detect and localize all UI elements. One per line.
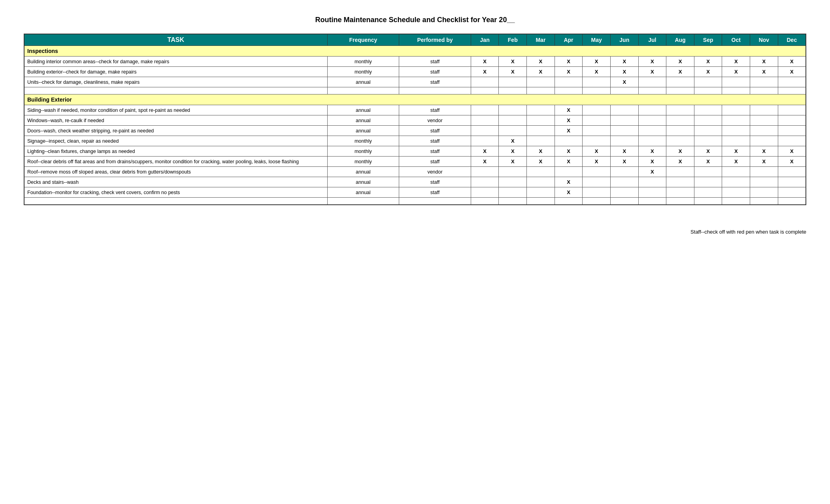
month-cell-feb bbox=[499, 187, 527, 198]
frequency-cell: annual bbox=[327, 187, 399, 198]
month-cell-dec: X bbox=[778, 57, 806, 67]
performed-by-cell: staff bbox=[399, 187, 471, 198]
empty-cell bbox=[583, 87, 611, 94]
month-cell-jun bbox=[610, 105, 638, 115]
month-cell-sep bbox=[694, 77, 722, 87]
table-row: Roof--clear debris off flat areas and fr… bbox=[24, 157, 806, 167]
task-cell: Decks and stairs--wash bbox=[24, 177, 327, 187]
task-cell: Signage--inspect, clean, repair as neede… bbox=[24, 136, 327, 146]
empty-cell bbox=[471, 87, 499, 94]
month-cell-jan bbox=[471, 115, 499, 126]
month-cell-nov bbox=[750, 77, 778, 87]
header-nov: Nov bbox=[750, 34, 778, 46]
performed-by-cell: staff bbox=[399, 146, 471, 157]
month-cell-feb: X bbox=[499, 146, 527, 157]
section-header-0: Inspections bbox=[24, 46, 806, 57]
month-cell-jul bbox=[638, 187, 666, 198]
month-cell-nov: X bbox=[750, 157, 778, 167]
header-jan: Jan bbox=[471, 34, 499, 46]
header-dec: Dec bbox=[778, 34, 806, 46]
empty-cell bbox=[499, 198, 527, 205]
frequency-cell: annual bbox=[327, 115, 399, 126]
month-cell-jun bbox=[610, 177, 638, 187]
month-cell-sep: X bbox=[694, 146, 722, 157]
month-cell-may bbox=[583, 105, 611, 115]
empty-cell bbox=[583, 198, 611, 205]
month-cell-mar: X bbox=[527, 67, 555, 77]
month-cell-sep: X bbox=[694, 157, 722, 167]
month-cell-dec bbox=[778, 105, 806, 115]
empty-cell bbox=[527, 198, 555, 205]
header-frequency: Frequency bbox=[327, 34, 399, 46]
table-row: Decks and stairs--washannualstaffX bbox=[24, 177, 806, 187]
month-cell-sep: X bbox=[694, 67, 722, 77]
month-cell-sep bbox=[694, 177, 722, 187]
month-cell-mar bbox=[527, 77, 555, 87]
month-cell-mar bbox=[527, 126, 555, 136]
empty-row bbox=[24, 87, 806, 94]
month-cell-dec bbox=[778, 136, 806, 146]
section-title: Inspections bbox=[24, 46, 806, 57]
empty-cell bbox=[778, 198, 806, 205]
month-cell-may bbox=[583, 115, 611, 126]
empty-cell bbox=[499, 87, 527, 94]
task-cell: Windows--wash, re-caulk if needed bbox=[24, 115, 327, 126]
month-cell-may: X bbox=[583, 157, 611, 167]
task-cell: Building interior common areas--check fo… bbox=[24, 57, 327, 67]
frequency-cell: monthly bbox=[327, 146, 399, 157]
empty-cell bbox=[722, 198, 750, 205]
month-cell-jun: X bbox=[610, 146, 638, 157]
empty-cell bbox=[327, 87, 399, 94]
table-row: Signage--inspect, clean, repair as neede… bbox=[24, 136, 806, 146]
task-cell: Roof--clear debris off flat areas and fr… bbox=[24, 157, 327, 167]
month-cell-jan bbox=[471, 177, 499, 187]
month-cell-nov bbox=[750, 187, 778, 198]
month-cell-sep bbox=[694, 126, 722, 136]
performed-by-cell: staff bbox=[399, 177, 471, 187]
month-cell-aug: X bbox=[666, 67, 694, 77]
month-cell-feb bbox=[499, 167, 527, 177]
month-cell-apr: X bbox=[555, 146, 583, 157]
month-cell-aug bbox=[666, 187, 694, 198]
frequency-cell: annual bbox=[327, 177, 399, 187]
month-cell-aug bbox=[666, 77, 694, 87]
month-cell-jul bbox=[638, 177, 666, 187]
month-cell-feb: X bbox=[499, 57, 527, 67]
month-cell-dec bbox=[778, 126, 806, 136]
month-cell-jan bbox=[471, 187, 499, 198]
month-cell-sep bbox=[694, 136, 722, 146]
month-cell-oct bbox=[722, 115, 750, 126]
month-cell-nov bbox=[750, 136, 778, 146]
month-cell-oct bbox=[722, 77, 750, 87]
month-cell-may bbox=[583, 136, 611, 146]
month-cell-may bbox=[583, 167, 611, 177]
month-cell-jul: X bbox=[638, 146, 666, 157]
month-cell-jun bbox=[610, 126, 638, 136]
task-cell: Doors--wash, check weather stripping, re… bbox=[24, 126, 327, 136]
month-cell-jan bbox=[471, 105, 499, 115]
month-cell-apr: X bbox=[555, 67, 583, 77]
month-cell-dec bbox=[778, 177, 806, 187]
frequency-cell: annual bbox=[327, 77, 399, 87]
month-cell-feb: X bbox=[499, 67, 527, 77]
task-cell: Roof--remove moss off sloped areas, clea… bbox=[24, 167, 327, 177]
month-cell-jan: X bbox=[471, 146, 499, 157]
month-cell-jan bbox=[471, 126, 499, 136]
empty-cell bbox=[694, 87, 722, 94]
frequency-cell: monthly bbox=[327, 57, 399, 67]
month-cell-feb: X bbox=[499, 136, 527, 146]
month-cell-aug bbox=[666, 177, 694, 187]
header-performed-by: Performed by bbox=[399, 34, 471, 46]
month-cell-oct: X bbox=[722, 57, 750, 67]
task-cell: Lighting--clean fixtures, change lamps a… bbox=[24, 146, 327, 157]
month-cell-apr: X bbox=[555, 105, 583, 115]
empty-cell bbox=[666, 87, 694, 94]
empty-row bbox=[24, 198, 806, 205]
empty-cell bbox=[399, 198, 471, 205]
month-cell-nov: X bbox=[750, 146, 778, 157]
month-cell-nov bbox=[750, 105, 778, 115]
month-cell-jul: X bbox=[638, 57, 666, 67]
month-cell-nov bbox=[750, 167, 778, 177]
empty-cell bbox=[24, 87, 327, 94]
month-cell-aug bbox=[666, 105, 694, 115]
